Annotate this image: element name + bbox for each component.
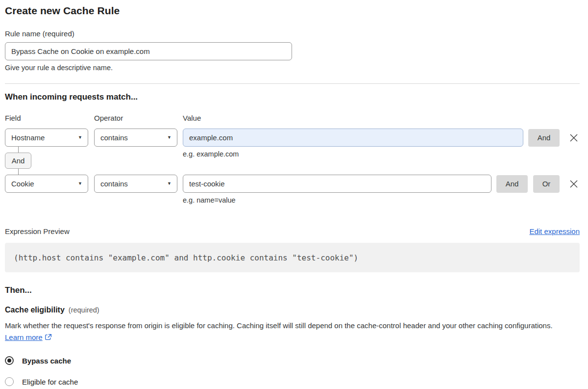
and-button-row1[interactable]: And [528,129,560,147]
page-title: Create new Cache Rule [5,5,580,17]
expression-preview-header: Expression Preview Edit expression [5,227,580,235]
value-column-label: Value [183,114,201,122]
field-column-label: Field [5,114,94,122]
condition-row-2: Cookie ▼ contains ▼ And Or [5,175,580,193]
remove-condition-button-row1[interactable] [568,132,580,144]
chevron-down-icon: ▼ [78,182,82,186]
section-divider [5,83,580,84]
operator-select-row1[interactable]: contains ▼ [94,129,177,147]
value-hint-row2: e.g. name=value [183,196,236,204]
description-text: Mark whether the request's response from… [5,321,553,330]
expression-preview-block: (http.host contains "example.com" and ht… [5,243,580,272]
rule-name-input[interactable] [5,42,292,60]
remove-condition-button-row2[interactable] [568,178,580,190]
rule-name-help-text: Give your rule a descriptive name. [5,64,580,72]
expression-preview-label: Expression Preview [5,227,70,235]
value-hint-row1: e.g. example.com [183,150,239,158]
field-select-row1-value: Hostname [11,133,45,142]
external-link-icon [45,333,52,344]
radio-option-eligible-for-cache[interactable]: Eligible for cache [5,377,580,386]
builder-column-headers: Field Operator Value [5,114,580,122]
create-cache-rule-page: Create new Cache Rule Rule name (require… [0,0,588,386]
or-button-row2[interactable]: Or [533,175,560,193]
value-input-row2[interactable] [183,175,491,193]
radio-selected-icon [5,356,14,365]
chevron-down-icon: ▼ [167,182,172,186]
and-button-row2[interactable]: And [496,175,528,193]
required-tag: (required) [69,306,99,314]
operator-select-row1-value: contains [100,133,128,142]
radio-label-eligible-for-cache: Eligible for cache [22,378,78,386]
radio-unselected-icon [5,377,14,386]
remove-icon [569,133,579,143]
connector-and-button[interactable]: And [5,153,31,169]
edit-expression-link[interactable]: Edit expression [529,227,580,235]
condition-row-1: Hostname ▼ contains ▼ And [5,129,580,147]
chevron-down-icon: ▼ [78,135,82,140]
chevron-down-icon: ▼ [167,135,172,140]
field-select-row2-value: Cookie [11,180,34,188]
value-input-row1[interactable] [183,129,523,147]
cache-eligibility-heading: Cache eligibility [5,306,65,314]
then-section-heading: Then... [5,285,580,295]
field-select-row2[interactable]: Cookie ▼ [5,175,88,193]
field-select-row1[interactable]: Hostname ▼ [5,129,88,147]
operator-column-label: Operator [94,114,183,122]
cache-eligibility-heading-row: Cache eligibility (required) [5,306,580,314]
match-section-heading: When incoming requests match... [5,92,580,102]
expression-code: (http.host contains "example.com" and ht… [14,253,358,262]
radio-option-bypass-cache[interactable]: Bypass cache [5,356,580,365]
cache-eligibility-description: Mark whether the request's response from… [5,320,573,344]
learn-more-link[interactable]: Learn more [5,333,43,341]
operator-select-row2-value: contains [100,180,128,188]
rule-name-label: Rule name (required) [5,29,580,38]
remove-icon [569,179,579,189]
row-connector-area: e.g. example.com And [5,147,580,175]
row2-hint-area: e.g. name=value [5,196,580,206]
operator-select-row2[interactable]: contains ▼ [94,175,177,193]
radio-label-bypass-cache: Bypass cache [22,357,71,365]
